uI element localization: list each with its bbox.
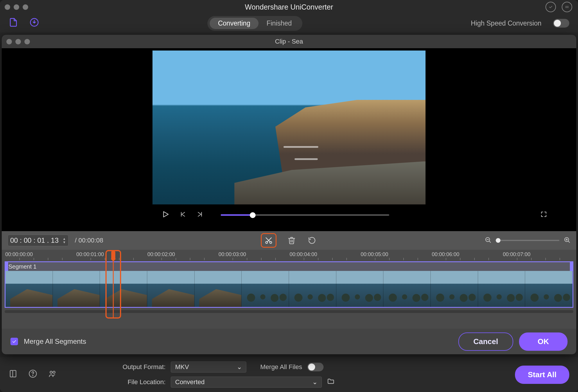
timeline-thumbnail[interactable]	[431, 271, 478, 307]
progress-knob[interactable]	[250, 212, 256, 218]
prev-frame-icon[interactable]	[179, 211, 186, 219]
main-tabs-row: Converting Finished High Speed Conversio…	[0, 14, 578, 33]
help-icon[interactable]	[28, 369, 37, 380]
tab-finished[interactable]: Finished	[259, 18, 300, 29]
maximize-window-icon[interactable]	[23, 4, 28, 10]
file-location-label: File Location:	[116, 378, 166, 386]
time-step-down-icon[interactable]: ▼	[63, 241, 66, 244]
zoom-slider[interactable]	[496, 240, 559, 241]
convert-category-icon[interactable]	[9, 18, 18, 29]
zoom-out-icon[interactable]	[484, 236, 491, 245]
timeline-thumbnail[interactable]	[6, 271, 53, 307]
clip-title: Clip - Sea	[275, 38, 303, 45]
merge-all-files-toggle[interactable]	[307, 363, 324, 371]
output-format-value: MKV	[175, 363, 189, 371]
ruler-tick: 00:00:01:00	[76, 251, 104, 258]
file-location-value: Converted	[175, 378, 205, 386]
users-icon[interactable]	[48, 369, 57, 380]
timeline-thumbnail[interactable]	[289, 271, 336, 307]
output-format-select[interactable]: MKV ⌄	[171, 362, 246, 373]
zoom-knob[interactable]	[496, 238, 500, 243]
merge-segments-checkbox[interactable]	[10, 338, 18, 345]
delete-icon[interactable]	[286, 235, 297, 246]
ruler-tick: 00:00:02:00	[148, 251, 175, 258]
svg-point-6	[53, 371, 55, 373]
svg-point-4	[33, 375, 33, 376]
ruler-tick: 00:00:04:00	[290, 251, 317, 258]
ruler-tick: 00:00:05:00	[361, 251, 388, 258]
timeline-thumbnail[interactable]	[525, 271, 572, 307]
ruler-tick: 00:00:03:00	[218, 251, 246, 258]
tab-converting[interactable]: Converting	[210, 18, 258, 29]
play-icon[interactable]	[161, 210, 170, 220]
clip-toolbar: 00 : 00 : 01 . 13 ▲ ▼ / 00:00:08	[2, 231, 576, 250]
timeline-thumbnail[interactable]	[195, 271, 242, 307]
main-bottom-bar: Output Format: MKV ⌄ Merge All Files Fil…	[0, 357, 578, 392]
timeline-thumbnail[interactable]	[336, 271, 384, 307]
svg-line-18	[568, 241, 570, 242]
start-all-button[interactable]: Start All	[515, 366, 569, 384]
app-title: Wondershare UniConverter	[245, 3, 333, 11]
svg-point-5	[50, 371, 52, 373]
chevron-down-icon: ⌄	[237, 363, 242, 371]
timeline-ruler[interactable]: 00:00:00:0000:00:01:0000:00:02:0000:00:0…	[2, 250, 576, 260]
ruler-tick: 00:00:06:00	[432, 251, 459, 258]
download-category-icon[interactable]	[30, 18, 39, 29]
progress-bar[interactable]	[221, 214, 389, 216]
time-step-up-icon[interactable]: ▲	[63, 237, 66, 240]
feedback-icon[interactable]	[562, 2, 572, 12]
player-controls	[2, 204, 576, 223]
timeline-thumbnail[interactable]	[53, 271, 100, 307]
open-folder-icon[interactable]	[327, 377, 335, 387]
merge-all-files-label: Merge All Files	[260, 363, 302, 371]
timeline-thumbnail[interactable]	[147, 271, 195, 307]
undo-icon[interactable]	[307, 235, 317, 246]
cancel-button[interactable]: Cancel	[458, 332, 513, 351]
segment-label: Segment 1	[6, 262, 572, 271]
highspeed-toggle[interactable]	[553, 19, 569, 28]
account-icon[interactable]	[545, 2, 556, 12]
segment[interactable]: Segment 1	[5, 261, 573, 308]
zoom-in-icon[interactable]	[563, 236, 570, 245]
maximize-window-icon[interactable]	[24, 39, 30, 44]
ruler-tick: 00:00:07:00	[503, 251, 530, 258]
clip-titlebar: Clip - Sea	[2, 35, 576, 48]
status-tabs: Converting Finished	[207, 16, 302, 31]
timeline-area: 00:00:00:0000:00:01:0000:00:02:0000:00:0…	[2, 250, 576, 329]
timeline-scrollbar[interactable]	[5, 310, 573, 313]
current-time-input[interactable]: 00 : 00 : 01 . 13 ▲ ▼	[8, 235, 69, 246]
merge-segments-label: Merge All Segments	[24, 337, 86, 346]
timeline-thumbnail[interactable]	[242, 271, 289, 307]
minimize-window-icon[interactable]	[14, 4, 19, 10]
total-time: / 00:00:08	[75, 237, 103, 244]
timeline-thumbnail[interactable]	[478, 271, 525, 307]
timeline-thumbnail[interactable]	[100, 271, 147, 307]
fullscreen-icon[interactable]	[540, 211, 547, 219]
video-preview[interactable]	[152, 51, 426, 204]
minimize-window-icon[interactable]	[15, 39, 21, 44]
ruler-tick: 00:00:00:00	[5, 251, 33, 258]
chevron-down-icon: ⌄	[312, 378, 317, 386]
svg-line-15	[489, 241, 491, 242]
clip-window: Clip - Sea	[2, 35, 576, 354]
thumbnail-strip	[6, 271, 572, 307]
timeline-thumbnail[interactable]	[383, 271, 431, 307]
close-window-icon[interactable]	[6, 39, 12, 44]
current-time-value: 00 : 00 : 01 . 13	[10, 236, 59, 244]
preview-area	[2, 48, 576, 231]
tutorial-icon[interactable]	[9, 369, 17, 380]
ok-button[interactable]: OK	[519, 332, 568, 351]
main-titlebar: Wondershare UniConverter	[0, 0, 578, 14]
clip-footer: Merge All Segments Cancel OK	[2, 329, 576, 354]
svg-marker-7	[164, 212, 168, 217]
next-frame-icon[interactable]	[196, 211, 203, 219]
cut-button[interactable]	[261, 233, 277, 248]
file-location-select[interactable]: Converted ⌄	[171, 377, 322, 388]
close-window-icon[interactable]	[5, 4, 10, 10]
highspeed-label: High Speed Conversion	[471, 19, 541, 27]
output-format-label: Output Format:	[116, 363, 166, 371]
